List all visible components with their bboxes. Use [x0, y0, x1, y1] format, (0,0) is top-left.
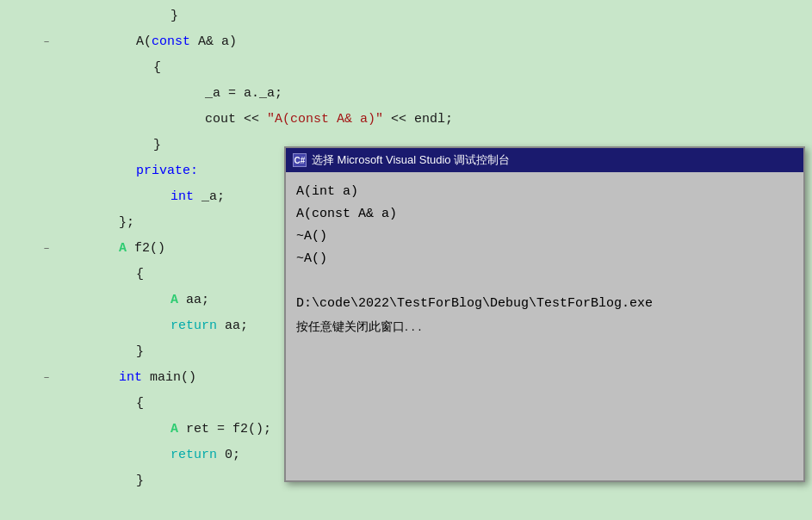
console-output-line — [296, 270, 793, 293]
console-body: A(int a) A(const A& a) ~A() ~A() D:\code… — [286, 172, 803, 346]
code-text: } — [53, 443, 144, 520]
console-titlebar: C# 选择 Microsoft Visual Studio 调试控制台 — [286, 148, 803, 172]
fold-button[interactable]: − — [40, 365, 53, 391]
fold-button[interactable]: − — [40, 29, 53, 55]
console-icon: C# — [293, 153, 307, 167]
fold-button[interactable]: − — [40, 236, 53, 262]
console-dialog[interactable]: C# 选择 Microsoft Visual Studio 调试控制台 A(in… — [284, 146, 805, 482]
console-title: 选择 Microsoft Visual Studio 调试控制台 — [312, 152, 797, 168]
console-close-hint: 按任意键关闭此窗口. . . — [296, 315, 793, 337]
console-output-line: ~A() — [296, 226, 793, 248]
console-path-line: D:\code\2022\TestForBlog\Debug\TestForBl… — [296, 293, 793, 315]
code-editor: } − A(const A& a) { _a = a._a; — [0, 0, 812, 520]
console-output-line: A(const A& a) — [296, 203, 793, 226]
console-output-line: ~A() — [296, 248, 793, 270]
console-output-line: A(int a) — [296, 181, 793, 203]
